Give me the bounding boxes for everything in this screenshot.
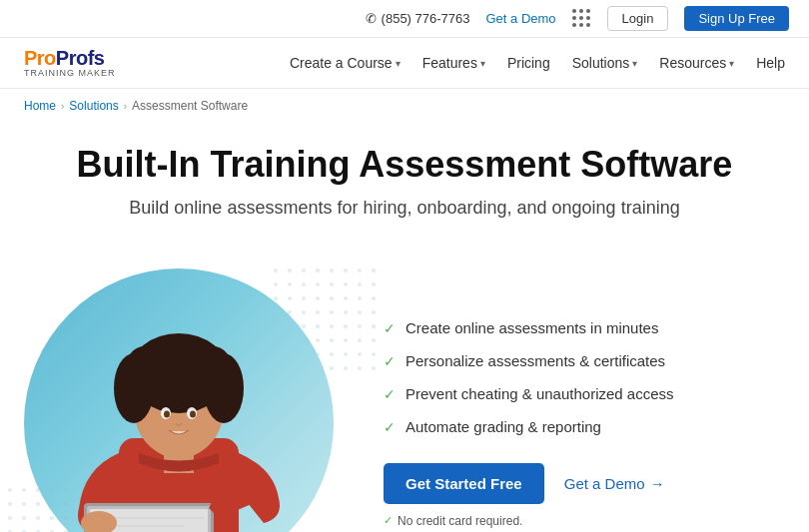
hero-subtitle: Build online assessments for hiring, onb… (24, 198, 785, 219)
chevron-down-icon: ▾ (480, 58, 485, 69)
svg-point-18 (164, 411, 170, 418)
login-button[interactable]: Login (607, 6, 669, 31)
breadcrumb-solutions[interactable]: Solutions (69, 99, 118, 113)
breadcrumb-sep-2: › (124, 101, 127, 112)
list-item: ✓ Automate grading & reporting (384, 418, 785, 435)
check-icon: ✓ (384, 353, 396, 369)
check-icon: ✓ (384, 419, 396, 435)
logo-text: ProProfs (24, 48, 116, 68)
breadcrumb-home[interactable]: Home (24, 99, 56, 113)
chevron-down-icon: ▾ (729, 58, 734, 69)
signup-button[interactable]: Sign Up Free (684, 6, 789, 31)
check-icon: ✓ (384, 320, 396, 336)
nav-create-course[interactable]: Create a Course ▾ (290, 55, 401, 71)
logo[interactable]: ProProfs Training Maker (24, 48, 116, 78)
phone-icon: ✆ (366, 11, 377, 26)
nav-resources[interactable]: Resources ▾ (659, 55, 734, 71)
nav-features[interactable]: Features ▾ (422, 55, 485, 71)
list-item: ✓ Prevent cheating & unauthorized access (384, 385, 785, 402)
get-demo-link[interactable]: Get a Demo → (564, 475, 665, 492)
nav-solutions[interactable]: Solutions ▾ (572, 55, 638, 71)
phone-number: ✆ (855) 776-7763 (366, 11, 470, 26)
grid-dots (572, 9, 591, 28)
breadcrumb-sep-1: › (61, 101, 64, 112)
list-item: ✓ Personalize assessments & certificates (384, 352, 785, 369)
top-bar: ✆ (855) 776-7763 Get a Demo Login Sign U… (0, 0, 809, 38)
svg-point-19 (190, 411, 196, 418)
nav-pricing[interactable]: Pricing (507, 55, 550, 71)
apps-grid-icon[interactable] (572, 9, 591, 28)
hero-features: ✓ Create online assessments in minutes ✓… (384, 319, 785, 528)
content-area: ✓ Create online assessments in minutes ✓… (0, 268, 809, 532)
svg-point-15 (139, 338, 219, 388)
hero-section: Built-In Training Assessment Software Bu… (0, 123, 809, 268)
logo-subtitle: Training Maker (24, 69, 116, 78)
hero-title: Built-In Training Assessment Software (24, 143, 785, 186)
breadcrumb-current: Assessment Software (132, 99, 248, 113)
check-icon: ✓ (384, 514, 393, 527)
breadcrumb: Home › Solutions › Assessment Software (0, 89, 809, 123)
dots-pattern-bottom (0, 488, 74, 532)
top-demo-link[interactable]: Get a Demo (486, 11, 556, 26)
main-nav: ProProfs Training Maker Create a Course … (0, 38, 809, 89)
nav-links: Create a Course ▾ Features ▾ Pricing Sol… (290, 55, 785, 71)
arrow-right-icon: → (650, 475, 665, 492)
nav-help[interactable]: Help (756, 55, 785, 71)
hero-image (24, 268, 344, 532)
list-item: ✓ Create online assessments in minutes (384, 319, 785, 336)
check-icon: ✓ (384, 386, 396, 402)
no-card-required: ✓ No credit card required. (384, 514, 785, 528)
feature-list: ✓ Create online assessments in minutes ✓… (384, 319, 785, 435)
get-started-button[interactable]: Get Started Free (384, 463, 544, 504)
cta-buttons: Get Started Free Get a Demo → (384, 463, 785, 504)
chevron-down-icon: ▾ (632, 58, 637, 69)
chevron-down-icon: ▾ (396, 58, 401, 69)
